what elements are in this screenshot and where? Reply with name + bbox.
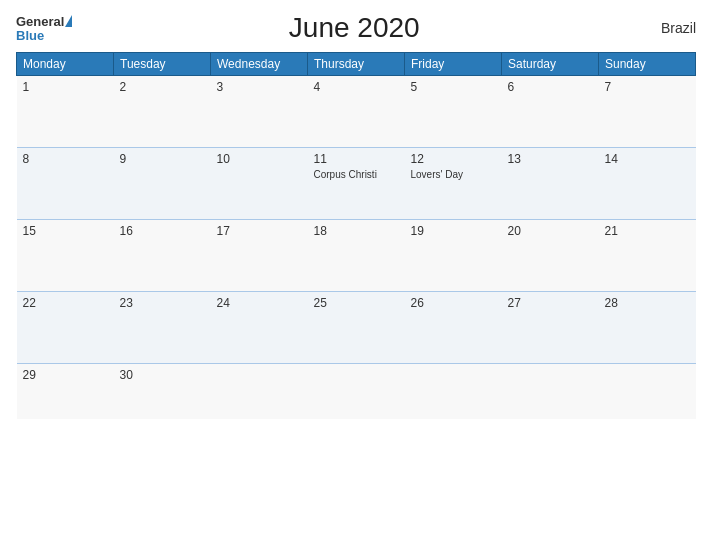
- calendar-day-cell: 7: [599, 76, 696, 148]
- day-number: 18: [314, 224, 399, 238]
- calendar-day-cell: 28: [599, 292, 696, 364]
- day-number: 17: [217, 224, 302, 238]
- day-number: 26: [411, 296, 496, 310]
- calendar-weekday-header: Thursday: [308, 53, 405, 76]
- day-number: 14: [605, 152, 690, 166]
- calendar-day-cell: [211, 364, 308, 419]
- day-number: 2: [120, 80, 205, 94]
- calendar-day-cell: 6: [502, 76, 599, 148]
- calendar-day-cell: [405, 364, 502, 419]
- calendar-day-cell: 16: [114, 220, 211, 292]
- day-number: 8: [23, 152, 108, 166]
- calendar-day-cell: 27: [502, 292, 599, 364]
- calendar-day-cell: 30: [114, 364, 211, 419]
- day-number: 21: [605, 224, 690, 238]
- calendar-day-cell: 29: [17, 364, 114, 419]
- calendar-day-cell: 24: [211, 292, 308, 364]
- day-number: 6: [508, 80, 593, 94]
- calendar-day-cell: 26: [405, 292, 502, 364]
- calendar-week-row: 22232425262728: [17, 292, 696, 364]
- calendar-weekday-header: Monday: [17, 53, 114, 76]
- calendar-weekday-header: Wednesday: [211, 53, 308, 76]
- calendar-title: June 2020: [72, 12, 636, 44]
- calendar-week-row: 891011Corpus Christi12Lovers' Day1314: [17, 148, 696, 220]
- calendar-day-cell: 21: [599, 220, 696, 292]
- calendar-day-cell: 14: [599, 148, 696, 220]
- day-number: 29: [23, 368, 108, 382]
- logo: General Blue: [16, 15, 72, 42]
- header: General Blue June 2020 Brazil: [16, 12, 696, 44]
- calendar-event: Lovers' Day: [411, 168, 496, 181]
- calendar-day-cell: 9: [114, 148, 211, 220]
- day-number: 9: [120, 152, 205, 166]
- day-number: 13: [508, 152, 593, 166]
- day-number: 25: [314, 296, 399, 310]
- calendar-day-cell: 1: [17, 76, 114, 148]
- calendar-day-cell: 17: [211, 220, 308, 292]
- day-number: 28: [605, 296, 690, 310]
- day-number: 7: [605, 80, 690, 94]
- country-label: Brazil: [636, 20, 696, 36]
- day-number: 30: [120, 368, 205, 382]
- calendar-day-cell: [599, 364, 696, 419]
- day-number: 15: [23, 224, 108, 238]
- calendar-weekday-header: Saturday: [502, 53, 599, 76]
- calendar-day-cell: 22: [17, 292, 114, 364]
- day-number: 10: [217, 152, 302, 166]
- day-number: 23: [120, 296, 205, 310]
- calendar-week-row: 1234567: [17, 76, 696, 148]
- day-number: 1: [23, 80, 108, 94]
- day-number: 24: [217, 296, 302, 310]
- day-number: 16: [120, 224, 205, 238]
- calendar-day-cell: 20: [502, 220, 599, 292]
- calendar-day-cell: [308, 364, 405, 419]
- logo-blue-text: Blue: [16, 29, 72, 42]
- day-number: 3: [217, 80, 302, 94]
- calendar-week-row: 15161718192021: [17, 220, 696, 292]
- calendar-day-cell: 11Corpus Christi: [308, 148, 405, 220]
- calendar-day-cell: 10: [211, 148, 308, 220]
- calendar-day-cell: 8: [17, 148, 114, 220]
- calendar-table: MondayTuesdayWednesdayThursdayFridaySatu…: [16, 52, 696, 419]
- calendar-day-cell: 4: [308, 76, 405, 148]
- logo-general-text: General: [16, 15, 64, 28]
- calendar-day-cell: 25: [308, 292, 405, 364]
- day-number: 22: [23, 296, 108, 310]
- calendar-event: Corpus Christi: [314, 168, 399, 181]
- day-number: 12: [411, 152, 496, 166]
- day-number: 5: [411, 80, 496, 94]
- page: General Blue June 2020 Brazil MondayTues…: [0, 0, 712, 550]
- calendar-day-cell: 23: [114, 292, 211, 364]
- calendar-day-cell: 15: [17, 220, 114, 292]
- calendar-day-cell: 2: [114, 76, 211, 148]
- day-number: 20: [508, 224, 593, 238]
- calendar-day-cell: 19: [405, 220, 502, 292]
- calendar-week-row: 2930: [17, 364, 696, 419]
- calendar-header-row: MondayTuesdayWednesdayThursdayFridaySatu…: [17, 53, 696, 76]
- calendar-weekday-header: Tuesday: [114, 53, 211, 76]
- calendar-day-cell: 3: [211, 76, 308, 148]
- calendar-day-cell: [502, 364, 599, 419]
- logo-triangle-icon: [65, 15, 72, 27]
- calendar-day-cell: 12Lovers' Day: [405, 148, 502, 220]
- calendar-weekday-header: Friday: [405, 53, 502, 76]
- day-number: 4: [314, 80, 399, 94]
- day-number: 27: [508, 296, 593, 310]
- calendar-weekday-header: Sunday: [599, 53, 696, 76]
- day-number: 11: [314, 152, 399, 166]
- calendar-day-cell: 13: [502, 148, 599, 220]
- day-number: 19: [411, 224, 496, 238]
- calendar-day-cell: 18: [308, 220, 405, 292]
- calendar-day-cell: 5: [405, 76, 502, 148]
